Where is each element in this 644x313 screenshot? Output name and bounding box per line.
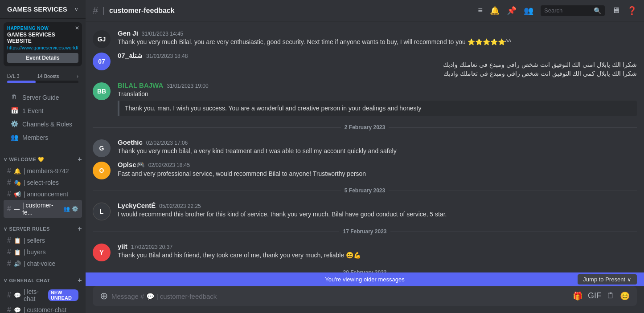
hash-icon: # — [7, 179, 11, 187]
message-text: Translation — [118, 90, 637, 99]
date-divider: 17 February 2023 — [93, 228, 637, 235]
jump-to-present-button[interactable]: Jump to Present ∨ — [578, 274, 637, 285]
search-icon: 🔍 — [594, 7, 601, 14]
hash-icon: # — [7, 291, 11, 299]
category-server-rules[interactable]: ∨ SERVER RULES + — [0, 218, 86, 235]
threads-icon[interactable]: ≡ — [478, 6, 483, 15]
sticker-icon[interactable]: 🗒 — [607, 291, 615, 301]
message-text: Thank you very much bilal, a very kind t… — [118, 147, 637, 156]
nav-item-event[interactable]: 📅 1 Event — [4, 104, 82, 118]
members-icon: 👥 — [63, 206, 70, 212]
message-author: Gen Ji — [118, 29, 138, 37]
message-author: LyckyCentÉ — [118, 202, 156, 209]
channel-name: | members-9742 — [24, 167, 69, 175]
happening-now-link[interactable]: https://www.gameservices.world/ — [7, 45, 78, 50]
add-channel-button[interactable]: + — [78, 276, 82, 285]
category-chevron-icon: ∨ — [4, 278, 8, 284]
divider-line — [389, 191, 637, 191]
jump-to-present-label: Jump to Present — [583, 276, 625, 283]
event-details-button[interactable]: Event Details — [7, 53, 78, 63]
nav-item-label: 1 Event — [22, 107, 43, 114]
message-input[interactable] — [111, 288, 569, 305]
message-header: Gen Ji 31/01/2023 14:45 — [118, 29, 637, 37]
channel-emoji: 📋 — [14, 237, 21, 244]
channel-item-lets-chat[interactable]: # 💬 | lets-chat NEW UNREAD — [4, 286, 82, 304]
divider-line — [390, 232, 637, 232]
date-divider: 20 February 2023 — [93, 269, 637, 272]
nav-item-server-guide[interactable]: 🗓 Server Guide — [4, 91, 82, 104]
channel-name: | sellers — [24, 237, 45, 244]
avatar: 07 — [93, 53, 111, 70]
gif-icon[interactable]: GIF — [588, 291, 601, 301]
message-author: yiit — [118, 243, 127, 250]
add-channel-button[interactable]: + — [78, 225, 82, 233]
avatar: BB — [93, 82, 111, 100]
add-channel-button[interactable]: + — [78, 155, 82, 163]
divider-line — [93, 191, 341, 191]
channel-name: | customer-fe... — [22, 202, 61, 216]
message-header: 07_شتلة 31/01/2023 18:48 — [118, 52, 637, 60]
category-chevron-icon: ∨ — [4, 226, 8, 232]
chat-header: # | customer-feedback ≡ 🔔 📌 👥 Search 🔍 🖥… — [86, 0, 644, 21]
chevron-down-icon: ∨ — [74, 6, 78, 12]
message-content: yiit 17/02/2023 20:37 Thank you Bilal an… — [118, 243, 637, 261]
channel-emoji: 🔊 — [14, 260, 21, 267]
message-header: Goethic 02/02/2023 17:06 — [118, 138, 637, 146]
channel-item-select-roles[interactable]: # 🎭 | select-roles — [4, 177, 82, 188]
notification-bell-icon[interactable]: 🔔 — [490, 6, 500, 16]
event-icon: 📅 — [11, 107, 19, 115]
message-text: Fast and very professional service, woul… — [118, 170, 637, 179]
channel-name: | select-roles — [24, 179, 59, 186]
members-icon: 👥 — [11, 134, 19, 142]
input-icons: 🎁 GIF 🗒 😊 — [573, 291, 630, 301]
help-icon[interactable]: ❓ — [627, 6, 637, 16]
nav-item-label: Server Guide — [22, 94, 59, 101]
message-author: Goethic — [118, 138, 143, 146]
avatar: GJ — [93, 30, 111, 48]
message-timestamp: 17/02/2023 20:37 — [131, 244, 172, 250]
channel-name: | lets-chat — [24, 288, 44, 302]
add-attachment-button[interactable]: ⊕ — [100, 290, 108, 302]
message-group: O Oplsc🎮 02/02/2023 18:45 Fast and very … — [86, 160, 644, 180]
date-divider-text: 5 February 2023 — [345, 187, 385, 194]
channel-name: | customer-chat — [24, 306, 66, 313]
inbox-icon[interactable]: 🖥 — [612, 6, 620, 15]
avatar: G — [93, 139, 111, 157]
happening-now-label: HAPPENING NOW — [7, 26, 78, 31]
channel-item-customer-chat[interactable]: # 💬 | customer-chat — [4, 304, 82, 313]
category-general-chat[interactable]: ∨ GENERAL CHAT + — [0, 269, 86, 286]
message-group: G Goethic 02/02/2023 17:06 Thank you ver… — [86, 138, 644, 158]
message-timestamp: 31/01/2023 19:00 — [167, 83, 208, 89]
channel-item-announcement[interactable]: # 📢 | announcement — [4, 188, 82, 200]
channel-name: | buyers — [24, 248, 46, 256]
emoji-icon[interactable]: 😊 — [620, 291, 630, 301]
hash-icon: # — [7, 260, 11, 268]
message-text: شكرا الك يابلال امني الك التوفيق انت شخص… — [118, 61, 637, 69]
channel-item-buyers[interactable]: # 📋 | buyers — [4, 246, 82, 258]
level-label: LVL 3 — [7, 73, 20, 79]
channel-item-sellers[interactable]: # 📋 | sellers — [4, 235, 82, 246]
nav-item-members[interactable]: 👥 Members — [4, 131, 82, 144]
messages-area: GJ Gen Ji 31/01/2023 14:45 Thank you ver… — [86, 21, 644, 272]
channel-item-members-9742[interactable]: # 🔔 | members-9742 — [4, 165, 82, 177]
channel-name: | chat-voice — [24, 260, 55, 267]
nav-item-channels-roles[interactable]: ⚙️ Channels & Roles — [4, 118, 82, 131]
channel-item-customer-feedback[interactable]: # — | customer-fe... 👥 ⚙️ — [4, 200, 82, 218]
message-content: LyckyCentÉ 05/02/2023 22:25 I would reco… — [118, 202, 637, 220]
members-icon[interactable]: 👥 — [524, 6, 533, 16]
message-content: BILAL BAJWA 31/01/2023 19:00 Translation… — [118, 81, 637, 116]
close-banner-button[interactable]: ✕ — [75, 25, 79, 31]
message-content: Oplsc🎮 02/02/2023 18:45 Fast and very pr… — [118, 161, 637, 179]
server-name: GAMES SERVICES — [7, 5, 67, 13]
server-header[interactable]: GAMES SERVICES ∨ — [0, 0, 86, 19]
pin-icon[interactable]: 📌 — [507, 6, 517, 16]
channel-emoji: 📢 — [14, 191, 21, 198]
message-author: Oplsc🎮 — [118, 161, 145, 169]
message-timestamp: 05/02/2023 22:25 — [159, 203, 201, 209]
search-bar[interactable]: Search 🔍 — [541, 5, 605, 16]
divider-line — [93, 127, 341, 128]
category-welcome[interactable]: ∨ WELCOME 💛 + — [0, 148, 86, 165]
message-content: Gen Ji 31/01/2023 14:45 Thank you very m… — [118, 29, 637, 48]
channel-item-chat-voice[interactable]: # 🔊 | chat-voice — [4, 258, 82, 269]
gift-icon[interactable]: 🎁 — [573, 291, 582, 301]
